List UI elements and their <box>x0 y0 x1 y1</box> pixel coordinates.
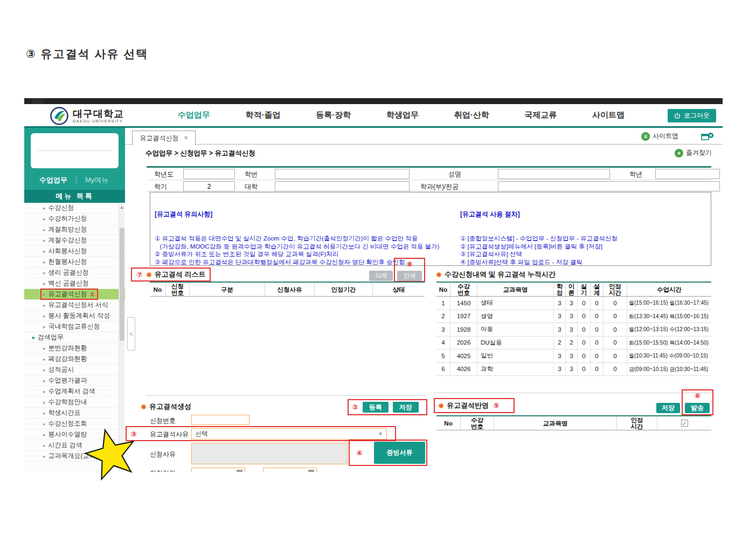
sidebar-menu-item[interactable]: ▸ 수강허가신청 <box>24 214 125 224</box>
annotation-2: ② <box>352 403 358 411</box>
calendar-icon[interactable] <box>308 470 314 472</box>
apply-reason-input[interactable] <box>191 443 348 464</box>
collapse-handle[interactable]: < <box>127 317 135 351</box>
sidebar-menu-item[interactable]: ▸ 학생시간표 <box>24 408 125 419</box>
calendar-icon[interactable] <box>237 470 242 472</box>
col-header: 교과목명 <box>477 283 554 296</box>
page-tab[interactable]: 유고결석신청 × <box>132 131 196 145</box>
menu-item-label: 사회봉사신청 <box>48 246 87 256</box>
semester-input[interactable] <box>183 181 235 191</box>
page-root: ③ 유고결석 사유 선택 대구대학교 DAEGU UNIVERSITY 수업업무… <box>0 0 756 535</box>
sidebar-tab-divider <box>76 176 77 184</box>
print-button[interactable]: 인쇄 <box>397 271 422 281</box>
notice-right-title: [유고결석 사용 절차] <box>460 210 709 218</box>
name-input[interactable] <box>498 169 610 179</box>
sidebar-menu-item[interactable]: ▸ 백신 공결신청 <box>24 278 125 289</box>
menu-item-label: 계절희망신청 <box>48 225 87 234</box>
sidebar-menu-item[interactable]: ▸ 계절희망신청 <box>24 224 125 235</box>
sidebar-search-box[interactable] <box>31 133 119 168</box>
create-buttons-box: ② 등록 저장 <box>348 399 427 415</box>
sidebar-menu-item[interactable]: ▸ 성적공시 <box>24 365 125 375</box>
reflect-save-button[interactable]: 저장 <box>656 403 680 413</box>
sidebar-menu-item[interactable]: ▸ 수강학점안내 <box>24 397 125 408</box>
sidebar-menu-item[interactable]: ▸ 헌혈봉사신청 <box>24 257 125 268</box>
notice-line: (가상강좌, MOOC강좌 등 원격수업과 학습기간이 유고결석 허용기간보다 … <box>155 243 454 251</box>
university-emblem-icon <box>50 107 68 125</box>
scrollbar-thumb[interactable] <box>120 228 124 341</box>
app-header: 대구대학교 DAEGU UNIVERSITY 수업업무학적·졸업등록·장학학생업… <box>24 104 723 128</box>
send-button[interactable]: 발송 <box>685 403 710 413</box>
arrow-icon: ▸ <box>43 227 46 232</box>
year-input[interactable] <box>183 169 235 179</box>
sidebar-menu-item[interactable]: ▸ 수업평가결과 <box>24 375 125 386</box>
nav-item[interactable]: 학생업무 <box>386 110 419 120</box>
tab-close-icon[interactable]: × <box>184 134 188 142</box>
logout-label: 로그아웃 <box>684 111 710 120</box>
logout-button[interactable]: 로그아웃 <box>668 109 716 122</box>
reason-select[interactable]: 선택 ▼ <box>191 428 387 440</box>
period-end-input[interactable] <box>263 468 317 472</box>
sidebar-tab-mymenu[interactable]: My메뉴 <box>85 175 108 185</box>
nav-item[interactable]: 등록·장학 <box>316 110 351 120</box>
sidebar-tab-courses[interactable]: 수업업무 <box>39 175 67 185</box>
course-row[interactable]: 5 4025 일반 3 3 0 0 0 월(10:30~11:45) 수(09:… <box>436 349 711 363</box>
col-header: 인정기간 <box>315 283 373 296</box>
app-no-input[interactable] <box>191 415 249 425</box>
menu-item-label: 유고결석신청 <box>48 290 87 299</box>
sitemap-shortcut[interactable]: ≣ 사이트맵 <box>641 132 678 141</box>
course-row[interactable]: 2 1927 생명 3 3 0 0 0 화(13:30~14:45) 목(15:… <box>436 310 711 324</box>
arrow-icon: ▸ <box>43 410 46 416</box>
section-bullet-icon <box>141 404 146 409</box>
menu-item-label: 수업평가결과 <box>48 376 87 385</box>
sidebar-menu-item[interactable]: ▸ 봉사 활동계획서 작성 <box>24 311 125 321</box>
annotation-6: ⑥ <box>683 390 712 401</box>
sidebar-menu-item[interactable]: ▸ 사회봉사신청 <box>24 246 125 257</box>
arrow-icon: ▸ <box>43 216 46 222</box>
notice-line: ② 증빙서류가 위조 또는 변조된 것일 경우 해당 교과목 실격(F)처리 <box>155 250 454 258</box>
period-start-input[interactable] <box>191 468 245 472</box>
course-row[interactable]: 3 1928 아동 3 3 0 0 0 월(12:00~13:15) 수(12:… <box>436 323 711 337</box>
sidebar-menu-item[interactable]: ▸ 국내학점교류신청 <box>24 321 125 332</box>
sidebar-menu-item[interactable]: ▸ 생리 공결신청 <box>24 268 125 278</box>
sidebar-menu-item[interactable]: ▸ 유고결석신청서 서식 <box>24 300 125 311</box>
sidebar-menu-item[interactable]: ▸ 수강신청 <box>24 203 125 214</box>
menu-item-label: 수강신청 <box>48 203 74 212</box>
field-label-major: 학과(부)/전공 <box>420 182 459 191</box>
sidebar-menu-item[interactable]: ▸ 폐강강좌현황 <box>24 354 125 365</box>
scroll-up-icon[interactable]: ▲ <box>119 204 124 211</box>
absence-list-title: 유고결석 리스트 <box>155 270 206 279</box>
grade-input[interactable] <box>655 169 720 179</box>
nav-item[interactable]: 취업·산학 <box>454 110 489 120</box>
sidebar-menu-item[interactable]: ▸ 계절수강신청 <box>24 235 125 246</box>
course-table: No 수강 번호 교과목명 학 점 이 론 실 기 설 계 인정 시간 수업시간… <box>436 282 711 376</box>
sidebar-menu-item[interactable]: ▸ 검색업무 <box>24 332 125 343</box>
notice-line: ④ [증빙서류]선택 후 파일 업로드 - 저장 클릭 <box>460 258 709 266</box>
university-name: 대구대학교 <box>73 109 124 119</box>
app-no-label: 신청번호 <box>150 416 191 426</box>
docs-button[interactable]: 증빙서류 <box>374 442 425 464</box>
close-all-windows-icon[interactable] <box>701 132 714 141</box>
course-row[interactable]: 6 4026 과학 3 3 0 0 0 금(09:00~10:15) 금(10:… <box>436 363 711 376</box>
delete-button[interactable]: 삭제 <box>369 271 393 281</box>
nav-item[interactable]: 사이트맵 <box>592 110 625 120</box>
create-save-button[interactable]: 저장 <box>393 402 419 413</box>
breadcrumb: 수업업무 > 신청업무 > 유고결석신청 <box>145 149 255 158</box>
absence-list-table: No 신청 번호 구분 신청사유 인정기간 상태 <box>150 282 425 393</box>
sidebar-menu-item[interactable]: ▸ 유고결석신청 ① <box>24 289 125 300</box>
student-no-input[interactable] <box>275 169 410 179</box>
sidebar-menu-item[interactable]: ▸ 분반강좌현황 <box>24 343 125 354</box>
menu-item-label: 검색업무 <box>38 333 64 342</box>
col-header: 수강 번호 <box>461 416 494 430</box>
course-row[interactable]: 1 1450 생태 3 3 0 0 0 월(15:00~16:15) 월(16:… <box>436 297 711 310</box>
nav-item[interactable]: 국제교류 <box>524 110 557 120</box>
course-row[interactable]: 4 2026 DU실용 2 2 0 0 0 화(15:00~15:50) 목(1… <box>436 337 711 350</box>
favorites-shortcut[interactable]: ★ 즐겨찾기 <box>675 148 712 157</box>
register-button[interactable]: 등록 <box>363 402 389 413</box>
notice-line: ① [종합정보시스템] - 수업업무 - 신청업무 - 유고결석신청 <box>460 235 709 243</box>
sidebar-menu-item[interactable]: ▸ 수업계획서 검색 <box>24 386 125 397</box>
major-input[interactable] <box>498 181 720 191</box>
college-input[interactable] <box>275 181 410 191</box>
select-all-checkbox[interactable]: ✓ <box>681 420 688 427</box>
nav-item[interactable]: 수업업무 <box>178 110 210 120</box>
nav-item[interactable]: 학적·졸업 <box>246 110 281 120</box>
